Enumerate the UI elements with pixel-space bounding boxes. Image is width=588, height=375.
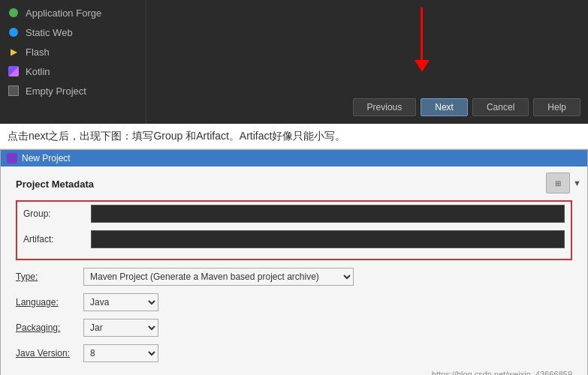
dialog-title-icon [7, 153, 17, 164]
java-version-label: Java Version: [16, 348, 83, 358]
dialog-titlebar: New Project [1, 150, 587, 166]
type-select[interactable]: Maven Project (Generate a Maven based pr… [83, 268, 354, 286]
language-select[interactable]: Java [83, 293, 158, 311]
artifact-input[interactable] [91, 230, 565, 248]
sidebar-item-label: Application Forge [26, 8, 101, 19]
type-label: Type: [16, 272, 83, 282]
help-button[interactable]: Help [533, 98, 580, 116]
java-version-select[interactable]: 8 [83, 344, 158, 362]
top-ide-panel: Application Forge Static Web ▶ Flash Kot… [0, 0, 588, 124]
annotation-content: 点击next之后，出现下图：填写Group 和Artifact。Artifact… [8, 130, 345, 142]
type-select-wrapper: Maven Project (Generate a Maven based pr… [83, 268, 572, 286]
sidebar-item-kotlin[interactable]: Kotlin [0, 62, 146, 81]
flash-icon: ▶ [8, 46, 20, 58]
icon-button-top-right[interactable]: ⊞ [546, 172, 570, 194]
empty-project-icon [8, 85, 20, 97]
language-row: Language: Java [16, 293, 572, 311]
group-input[interactable] [91, 205, 565, 223]
sidebar-item-label: Static Web [26, 27, 73, 38]
circle-green-icon [8, 7, 20, 19]
packaging-select[interactable]: Jar [83, 319, 158, 337]
packaging-label: Packaging: [16, 322, 83, 333]
annotation-text: 点击next之后，出现下图：填写Group 和Artifact。Artifact… [0, 124, 588, 149]
artifact-label: Artifact: [23, 234, 91, 244]
previous-button[interactable]: Previous [353, 98, 417, 116]
section-title: Project Metadata [16, 178, 572, 190]
sidebar-item-empty-project[interactable]: Empty Project [0, 81, 146, 100]
sidebar-item-label: Empty Project [26, 86, 86, 97]
sidebar-item-flash[interactable]: ▶ Flash [0, 42, 146, 62]
artifact-row: Artifact: [23, 230, 565, 248]
wizard-buttons: Previous Next Cancel Help [353, 98, 580, 116]
sidebar-item-static-web[interactable]: Static Web [0, 22, 146, 42]
dialog-top-right-area: ⊞ ▼ [546, 172, 581, 194]
language-label: Language: [16, 297, 83, 308]
dialog-body: ⊞ ▼ Project Metadata Group: Artifact: [1, 166, 587, 375]
highlighted-group-artifact: Group: Artifact: [16, 200, 572, 260]
packaging-row: Packaging: Jar [16, 319, 572, 337]
group-row: Group: [23, 205, 565, 223]
sidebar-item-application-forge[interactable]: Application Forge [0, 3, 146, 22]
kotlin-icon [8, 65, 20, 77]
dialog-title: New Project [22, 153, 71, 164]
type-row: Type: Maven Project (Generate a Maven ba… [16, 268, 572, 286]
watermark: https://blog.csdn.net/weixin_43666859 [16, 370, 572, 375]
group-label: Group: [23, 208, 91, 219]
circle-blue-icon [8, 26, 20, 38]
new-project-dialog: New Project ⊞ ▼ Project Metadata Group: … [0, 149, 588, 375]
cancel-button[interactable]: Cancel [472, 98, 529, 116]
sidebar-item-label: Flash [26, 46, 50, 58]
icon-button-label: ⊞ [555, 179, 561, 188]
project-type-sidebar: Application Forge Static Web ▶ Flash Kot… [0, 0, 146, 124]
java-version-row: Java Version: 8 [16, 344, 572, 362]
sidebar-item-label: Kotlin [26, 66, 50, 77]
next-button[interactable]: Next [421, 98, 468, 116]
dropdown-arrow-icon: ▼ [573, 178, 581, 188]
red-arrow-indicator [421, 8, 423, 60]
